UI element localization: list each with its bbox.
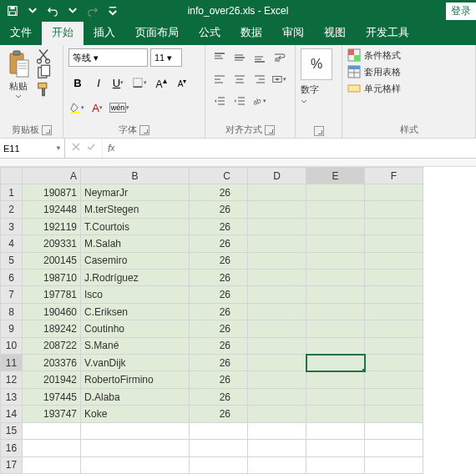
- number-launcher[interactable]: [314, 126, 324, 136]
- wrap-text-icon[interactable]: ab: [271, 48, 289, 67]
- cell-F11[interactable]: [365, 355, 423, 371]
- cell-D4[interactable]: [248, 235, 306, 252]
- cell-F14[interactable]: [365, 406, 423, 422]
- cell-F13[interactable]: [365, 388, 423, 405]
- clipboard-launcher[interactable]: [42, 125, 52, 135]
- name-box[interactable]: E11▼: [0, 139, 65, 158]
- font-name-combo[interactable]: 等线▾: [68, 48, 148, 67]
- cell-A11[interactable]: 203376: [23, 355, 81, 371]
- align-bottom-icon[interactable]: [251, 48, 269, 67]
- cell-F7[interactable]: [365, 286, 423, 303]
- cell-E4[interactable]: [306, 235, 365, 252]
- cell-B7[interactable]: Isco: [81, 286, 190, 303]
- cell-A8[interactable]: 190460: [23, 303, 81, 320]
- cell-E7[interactable]: [306, 286, 365, 303]
- orientation-icon[interactable]: ab▾: [251, 92, 269, 110]
- cell-D7[interactable]: [248, 286, 306, 303]
- cell-F8[interactable]: [365, 303, 423, 320]
- cell-C16[interactable]: [190, 440, 248, 456]
- cell-D10[interactable]: [248, 337, 306, 354]
- tab-formulas[interactable]: 公式: [189, 21, 230, 45]
- col-header-A[interactable]: A: [23, 168, 81, 184]
- tab-insert[interactable]: 插入: [84, 21, 125, 45]
- cell-B10[interactable]: S.Mané: [81, 337, 190, 354]
- tab-data[interactable]: 数据: [230, 21, 272, 45]
- bold-button[interactable]: B: [68, 73, 87, 92]
- copy-icon[interactable]: [35, 65, 52, 80]
- cell-F10[interactable]: [365, 337, 423, 354]
- align-right-icon[interactable]: [251, 70, 269, 88]
- cell-E17[interactable]: [306, 456, 365, 474]
- cell-A15[interactable]: [23, 422, 81, 439]
- cell-styles-button[interactable]: 单元格样: [347, 82, 401, 95]
- cancel-formula-icon[interactable]: [70, 141, 82, 155]
- cell-E12[interactable]: [306, 371, 365, 388]
- align-middle-icon[interactable]: [230, 48, 249, 67]
- cell-D3[interactable]: [248, 218, 306, 234]
- cell-C6[interactable]: 26: [190, 270, 248, 286]
- cell-B17[interactable]: [81, 456, 190, 474]
- cut-icon[interactable]: [35, 48, 52, 63]
- row-header-6[interactable]: 6: [1, 270, 23, 286]
- tab-pagelayout[interactable]: 页面布局: [125, 21, 189, 45]
- format-painter-icon[interactable]: [35, 82, 52, 97]
- italic-button[interactable]: I: [89, 73, 108, 92]
- format-as-table-button[interactable]: 套用表格: [347, 65, 401, 78]
- cell-D17[interactable]: [248, 456, 306, 474]
- row-header-11[interactable]: 11: [1, 355, 23, 371]
- grow-font-icon[interactable]: A▴: [152, 73, 170, 92]
- cell-C5[interactable]: 26: [190, 252, 248, 269]
- row-header-12[interactable]: 12: [1, 371, 23, 388]
- paste-button[interactable]: 粘贴: [5, 48, 32, 100]
- row-header-10[interactable]: 10: [1, 337, 23, 354]
- font-color-button[interactable]: A▾: [89, 98, 108, 117]
- cell-F2[interactable]: [365, 201, 423, 218]
- cell-E13[interactable]: [306, 388, 365, 405]
- cell-E16[interactable]: [306, 440, 365, 456]
- align-left-icon[interactable]: [210, 70, 229, 88]
- cell-D9[interactable]: [248, 320, 306, 337]
- login-button[interactable]: 登录: [446, 3, 476, 20]
- cell-C13[interactable]: 26: [190, 388, 248, 405]
- cell-A4[interactable]: 209331: [23, 235, 81, 252]
- cell-A16[interactable]: [23, 440, 81, 456]
- cell-C3[interactable]: 26: [190, 218, 248, 234]
- tab-home[interactable]: 开始: [42, 21, 84, 45]
- formula-input[interactable]: [119, 139, 476, 158]
- conditional-formatting-button[interactable]: 条件格式: [347, 48, 401, 62]
- row-header-2[interactable]: 2: [1, 201, 23, 218]
- cell-C17[interactable]: [190, 456, 248, 474]
- cell-B2[interactable]: M.terStegen: [81, 201, 190, 218]
- decrease-indent-icon[interactable]: [210, 92, 229, 110]
- cell-F6[interactable]: [365, 270, 423, 286]
- cell-E9[interactable]: [306, 320, 365, 337]
- tab-developer[interactable]: 开发工具: [356, 21, 419, 45]
- cell-F4[interactable]: [365, 235, 423, 252]
- cell-B5[interactable]: Casemiro: [81, 252, 190, 269]
- cell-A1[interactable]: 190871: [23, 184, 81, 201]
- phonetic-button[interactable]: wén▾: [110, 98, 129, 117]
- cell-E11[interactable]: [306, 355, 365, 371]
- cell-C10[interactable]: 26: [190, 337, 248, 354]
- cell-C1[interactable]: 26: [190, 184, 248, 201]
- cell-C14[interactable]: 26: [190, 406, 248, 422]
- cell-A6[interactable]: 198710: [23, 270, 81, 286]
- row-header-5[interactable]: 5: [1, 252, 23, 269]
- align-top-icon[interactable]: [210, 48, 229, 67]
- row-header-9[interactable]: 9: [1, 320, 23, 337]
- undo-icon[interactable]: [43, 2, 62, 20]
- cell-D8[interactable]: [248, 303, 306, 320]
- tab-file[interactable]: 文件: [0, 21, 42, 45]
- underline-button[interactable]: U▾: [110, 73, 129, 92]
- cell-A2[interactable]: 192448: [23, 201, 81, 218]
- cell-B4[interactable]: M.Salah: [81, 235, 190, 252]
- cell-C12[interactable]: 26: [190, 371, 248, 388]
- cell-D12[interactable]: [248, 371, 306, 388]
- redo-icon[interactable]: [84, 2, 102, 20]
- fill-color-button[interactable]: ▾: [68, 98, 87, 117]
- increase-indent-icon[interactable]: [230, 92, 249, 110]
- col-header-B[interactable]: B: [81, 168, 190, 184]
- cell-B13[interactable]: D.Alaba: [81, 388, 190, 405]
- qat-dropdown-icon[interactable]: [23, 2, 42, 20]
- cell-F16[interactable]: [365, 440, 423, 456]
